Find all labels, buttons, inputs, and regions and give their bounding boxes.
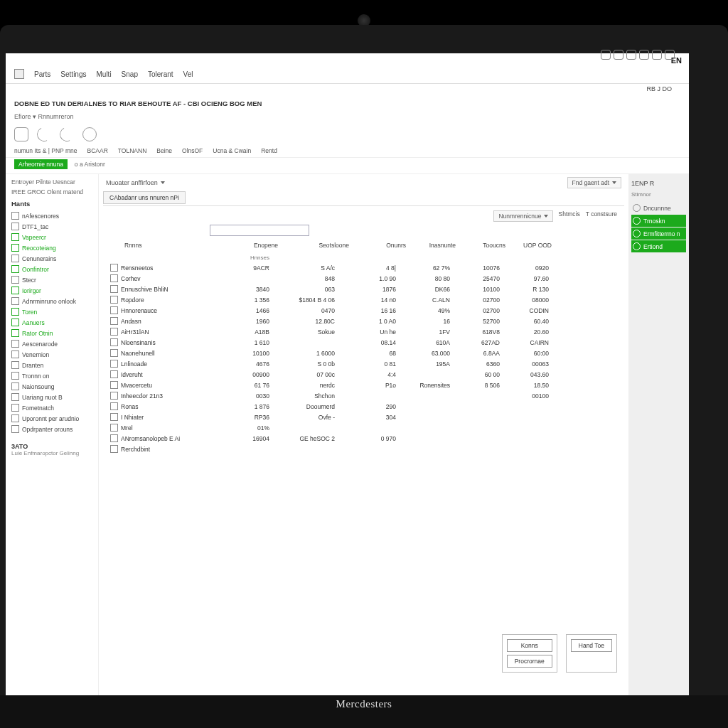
- sidebar-item-icon: [11, 382, 19, 390]
- refresh-icon[interactable]: [35, 125, 53, 144]
- toolbar-icon[interactable]: [626, 50, 636, 60]
- cell: 0030: [221, 392, 278, 400]
- col-header: Enopene: [221, 242, 278, 249]
- action-button[interactable]: Konns: [507, 639, 552, 652]
- sidebar-item[interactable]: Rator Otnin: [11, 328, 95, 338]
- row-icon: [110, 264, 118, 272]
- right-panel-item[interactable]: Dncunnne: [631, 202, 686, 214]
- chevron-down-icon[interactable]: [161, 181, 165, 184]
- tool-icon[interactable]: [14, 127, 28, 141]
- table-row[interactable]: Corhev8481.0 9080 802547097.60: [107, 273, 620, 284]
- table-row[interactable]: Ropdore1 356$1804 B 4 0614 n0C.ALN027000…: [107, 294, 620, 305]
- row-name: Ennuschive BhliN: [121, 286, 168, 293]
- right-panel-item[interactable]: Ertiond: [631, 240, 686, 252]
- sidebar-section-label: IREE GROC Olent matend: [11, 188, 95, 196]
- tab[interactable]: Rentd: [261, 147, 277, 154]
- sidebar-item[interactable]: Cenunerains: [11, 253, 95, 264]
- phone-icon[interactable]: [82, 127, 97, 141]
- table-row[interactable]: Ennuschive BhliN38400631876DK6610100R 13…: [107, 284, 620, 294]
- search-input[interactable]: [210, 225, 309, 236]
- menu-item[interactable]: Snap: [122, 70, 138, 78]
- table-row[interactable]: Hnnorenauce1466047016 1649%02700CODIN: [107, 305, 620, 316]
- menu-item[interactable]: Settings: [60, 70, 86, 78]
- sidebar-item[interactable]: Aanuers: [11, 317, 95, 328]
- tab[interactable]: BCAAR: [87, 147, 108, 154]
- add-button[interactable]: Fnd gaent adt: [567, 177, 621, 188]
- right-panel-item[interactable]: Ermfitterrno n: [631, 228, 686, 240]
- cell: Sokue: [278, 328, 349, 336]
- sidebar-header: Hants: [11, 200, 95, 208]
- sidebar-item[interactable]: Venernion: [11, 349, 95, 360]
- sidebar-item[interactable]: nAfescenores: [11, 210, 95, 221]
- cell: C.ALN: [406, 296, 456, 304]
- row-name: ANromsanolopeb E Ai: [121, 435, 180, 442]
- menu-item[interactable]: Multi: [96, 70, 111, 78]
- toolbar-icon[interactable]: [665, 50, 675, 60]
- table-row[interactable]: I NhiaterRP36Ovfe -304: [107, 412, 620, 422]
- sidebar-item[interactable]: Reocoteiang: [11, 242, 95, 253]
- table-row[interactable]: Inheecdor 21n30030Shchon00100: [107, 390, 620, 401]
- action-toolbar: [6, 123, 689, 146]
- action-button[interactable]: Procrornae: [507, 655, 552, 668]
- sidebar-item[interactable]: Uariang nuot B: [11, 392, 95, 402]
- sidebar-item[interactable]: Tronnn on: [11, 370, 95, 381]
- table-row[interactable]: Nloensinanis1 61008.14610A627ADCAIRN: [107, 337, 620, 348]
- tab[interactable]: Ucna & Cwain: [213, 147, 251, 154]
- tab[interactable]: TOLNANN: [118, 147, 146, 154]
- row-name: Inheecdor 21n3: [121, 392, 163, 400]
- sidebar-item[interactable]: Stecr: [11, 274, 95, 285]
- cell: 00100: [505, 392, 552, 400]
- row-name: Nloensinanis: [121, 339, 156, 346]
- table-row[interactable]: Naonehunell101001 60006863.0006.8AA60:00: [107, 348, 620, 358]
- sidebar-item[interactable]: Fometnatch: [11, 402, 95, 413]
- chevron-down-icon: [612, 181, 616, 184]
- sidebar-item[interactable]: Vapeercr: [11, 232, 95, 242]
- undo-icon[interactable]: [58, 125, 76, 144]
- sidebar-item[interactable]: Aescenarode: [11, 338, 95, 349]
- row-icon: [110, 338, 118, 346]
- table-row[interactable]: Rensneetos9ACRS A/c4 8|62 7%100760920: [107, 262, 620, 273]
- table-row[interactable]: Andasn196012.80C1 0 A0165270060.40: [107, 316, 620, 326]
- main-content: Muoater anffirfoen Fnd gaent adt CAbadan…: [98, 174, 628, 728]
- sidebar-item[interactable]: Toren: [11, 306, 95, 317]
- sidebar-item[interactable]: Dranten: [11, 360, 95, 370]
- cell: 3840: [221, 286, 278, 293]
- table-row[interactable]: Mrel01%: [107, 422, 620, 433]
- cell: 9ACR: [221, 264, 278, 272]
- right-panel-item[interactable]: Trnoskn: [631, 215, 686, 227]
- sidebar-item[interactable]: Adnrminruno onlook: [11, 296, 95, 306]
- breadcrumb-sub[interactable]: Efiore ▾ Rnnumreron: [6, 112, 689, 123]
- sidebar-item[interactable]: Naionsoung: [11, 381, 95, 392]
- table-row[interactable]: Idveruht0090007 00c4:460 00043.60: [107, 369, 620, 380]
- table-row[interactable]: AiHr31lANA18BSokueUn he1FV618V820.60: [107, 326, 620, 337]
- sidebar-item[interactable]: Opdrpanter orouns: [11, 424, 95, 434]
- cell: CODIN: [505, 307, 552, 314]
- table-row[interactable]: ANromsanolopeb E Ai16904GE heSOC 20 970: [107, 433, 620, 444]
- table-row[interactable]: Rerchdbint: [107, 444, 620, 454]
- toolbar-icon[interactable]: [652, 50, 662, 60]
- menu-item[interactable]: Tolerant: [148, 70, 173, 78]
- table-row[interactable]: Lnlinoade4676S 0 0b0 81195A636000063: [107, 358, 620, 369]
- category-button[interactable]: CAbadanr uns nnuren nPi: [103, 191, 186, 204]
- action-button[interactable]: Hand Toe: [571, 639, 612, 652]
- sidebar-item[interactable]: Oonfintror: [11, 264, 95, 274]
- toolbar-icon[interactable]: [601, 50, 611, 60]
- sidebar-section-label: Entroyer Pilnte Uesncar: [11, 178, 95, 186]
- tab[interactable]: OlnsOF: [182, 147, 203, 154]
- menu-item[interactable]: Vel: [183, 70, 193, 78]
- sidebar-item[interactable]: Iorirgor: [11, 285, 95, 296]
- sidebar-item[interactable]: Uporonnt per arudnio: [11, 413, 95, 424]
- sidebar-item-icon: [11, 318, 19, 326]
- menu-item[interactable]: Parts: [34, 70, 50, 78]
- table-row[interactable]: Ronas1 876Doournerd290: [107, 401, 620, 412]
- tab[interactable]: Beine: [156, 147, 172, 154]
- table-row[interactable]: Mvacercetu61 76nerdcP1oRonensites8 50618…: [107, 380, 620, 390]
- toolbar-icon[interactable]: [639, 50, 649, 60]
- tab[interactable]: numun Its & | PNP mne: [14, 147, 77, 154]
- sidebar-item-label: Fometnatch: [22, 405, 54, 412]
- sidebar-footer-code: 3ATO: [11, 443, 95, 450]
- toolbar-icon[interactable]: [614, 50, 623, 60]
- row-icon: [110, 370, 118, 378]
- sidebar-item[interactable]: DTF1_tac: [11, 221, 95, 232]
- filter-pill[interactable]: Nunmrennicnue: [493, 210, 552, 222]
